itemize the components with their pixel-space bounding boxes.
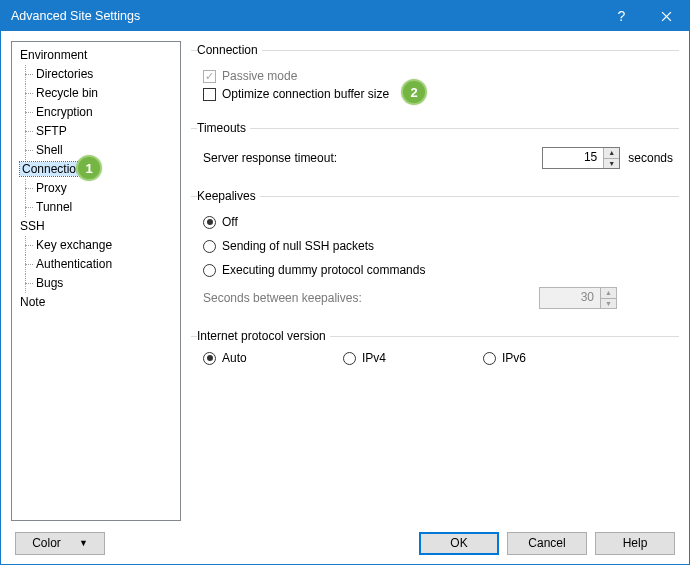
button-strip: Color ▼ OK Cancel Help [1,521,689,565]
keepalive-seconds-row: Seconds between keepalives: 30 ▲ ▼ [203,287,673,309]
tree-recycle-bin[interactable]: Recycle bin [14,84,178,103]
group-connection: Connection ✓ Passive mode Optimize conne… [191,43,679,107]
radio-dummy-cmds[interactable] [203,264,216,277]
radio-ipv4[interactable] [343,352,356,365]
group-ip-version: Internet protocol version Auto IPv4 IPv6 [191,329,679,367]
tree-bugs[interactable]: Bugs [14,274,178,293]
tree-key-exchange[interactable]: Key exchange [14,236,178,255]
keepalive-dummy-cmds[interactable]: Executing dummy protocol commands [203,263,673,277]
tree-proxy[interactable]: Proxy [14,179,178,198]
group-ip-version-legend: Internet protocol version [197,329,330,343]
group-timeouts-legend: Timeouts [197,121,250,135]
radio-ipv-auto[interactable] [203,352,216,365]
keepalive-seconds-spinner: 30 ▲ ▼ [539,287,617,309]
ipv6-label: IPv6 [502,351,526,365]
color-button[interactable]: Color ▼ [15,532,105,555]
ipv-row: Auto IPv4 IPv6 [203,351,673,365]
ipv-auto-label: Auto [222,351,247,365]
keepalive-dummy-label: Executing dummy protocol commands [222,263,425,277]
spinner-down-icon[interactable]: ▼ [604,158,619,169]
optimize-buffer-checkbox[interactable] [203,88,216,101]
group-connection-legend: Connection [197,43,262,57]
ipv4[interactable]: IPv4 [343,351,483,365]
spinner-up-icon[interactable]: ▲ [604,148,619,158]
keepalive-null-packets[interactable]: Sending of null SSH packets [203,239,673,253]
caret-down-icon: ▼ [79,538,88,548]
tree-ssh[interactable]: SSH [14,217,178,236]
radio-null-packets[interactable] [203,240,216,253]
keepalive-off[interactable]: Off [203,215,673,229]
tree-directories[interactable]: Directories [14,65,178,84]
cancel-button[interactable]: Cancel [507,532,587,555]
keepalive-seconds-label: Seconds between keepalives: [203,291,362,305]
annotation-badge-1: 1 [76,155,102,181]
color-button-label: Color [32,536,61,550]
help-icon[interactable]: ? [599,1,644,31]
server-response-row: Server response timeout: 15 ▲ ▼ seconds [203,147,673,169]
spinner-up-icon: ▲ [601,288,616,298]
close-icon[interactable] [644,1,689,31]
passive-mode-label: Passive mode [222,69,297,83]
optimize-buffer-row[interactable]: Optimize connection buffer size 2 [203,87,673,101]
window-title: Advanced Site Settings [11,9,599,23]
titlebar: Advanced Site Settings ? [1,1,689,31]
settings-tree[interactable]: Environment Directories Recycle bin Encr… [11,41,181,521]
ipv6[interactable]: IPv6 [483,351,623,365]
spinner-down-icon: ▼ [601,298,616,309]
tree-environment[interactable]: Environment [14,46,178,65]
help-button[interactable]: Help [595,532,675,555]
passive-mode-row: ✓ Passive mode [203,69,673,83]
server-response-spinner[interactable]: 15 ▲ ▼ [542,147,620,169]
tree-encryption[interactable]: Encryption [14,103,178,122]
keepalive-seconds-value: 30 [540,288,600,308]
radio-ipv6[interactable] [483,352,496,365]
ok-button[interactable]: OK [419,532,499,555]
group-timeouts: Timeouts Server response timeout: 15 ▲ ▼… [191,121,679,175]
server-response-label: Server response timeout: [203,151,337,165]
tree-sftp[interactable]: SFTP [14,122,178,141]
tree-authentication[interactable]: Authentication [14,255,178,274]
radio-off[interactable] [203,216,216,229]
passive-mode-checkbox: ✓ [203,70,216,83]
annotation-badge-2: 2 [401,79,427,105]
ipv-auto[interactable]: Auto [203,351,343,365]
check-icon: ✓ [205,71,214,82]
group-keepalives: Keepalives Off Sending of null SSH packe… [191,189,679,315]
tree-connection[interactable]: Connection 1 [14,160,178,179]
server-response-value[interactable]: 15 [543,148,603,168]
ipv4-label: IPv4 [362,351,386,365]
tree-note[interactable]: Note [14,293,178,312]
tree-tunnel[interactable]: Tunnel [14,198,178,217]
keepalive-null-label: Sending of null SSH packets [222,239,374,253]
keepalive-off-label: Off [222,215,238,229]
timeout-unit: seconds [628,151,673,165]
group-keepalives-legend: Keepalives [197,189,260,203]
content-area: Environment Directories Recycle bin Encr… [1,31,689,521]
settings-panel: Connection ✓ Passive mode Optimize conne… [191,41,679,521]
optimize-buffer-label: Optimize connection buffer size [222,87,389,101]
